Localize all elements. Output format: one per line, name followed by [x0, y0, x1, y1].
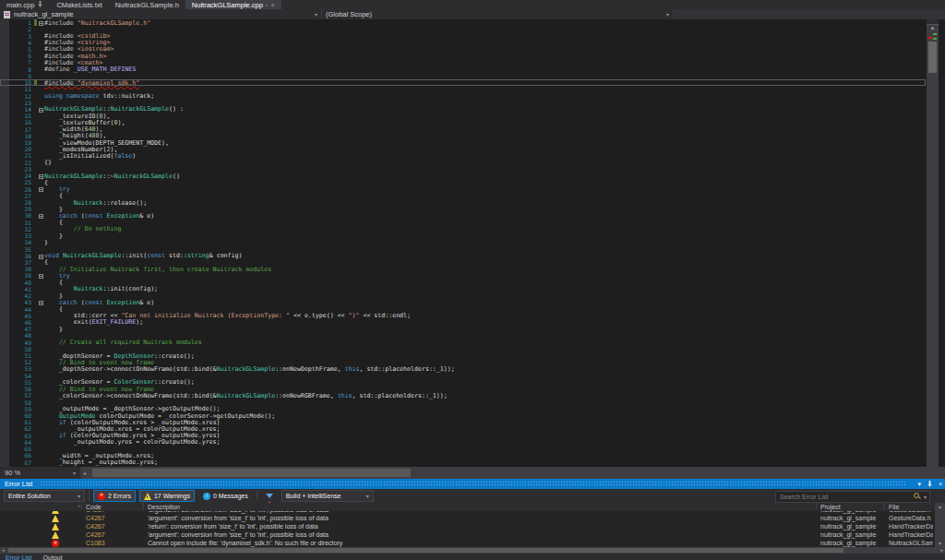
- code-line-64[interactable]: 64 _outputMode.yres = colorOutputMode.yr…: [0, 439, 926, 446]
- code-line-7[interactable]: 7#include <cmath>: [0, 59, 926, 66]
- collapse-icon[interactable]: [39, 301, 43, 305]
- error-list-vertical-scrollbar[interactable]: ▲ ▼: [935, 503, 945, 547]
- code-line-46[interactable]: 46 exit(EXIT_FAILURE);: [0, 319, 926, 326]
- column-header-project[interactable]: Project: [820, 503, 841, 511]
- code-line-39[interactable]: 39 try: [0, 272, 926, 279]
- code-line-43[interactable]: 43 catch (const Exception& e): [0, 299, 926, 305]
- column-separator[interactable]: [143, 503, 144, 509]
- code-line-4[interactable]: 4#include <cstring>: [0, 40, 926, 46]
- messages-toggle-button[interactable]: 0 Messages: [198, 490, 253, 502]
- collapse-icon[interactable]: [39, 274, 43, 279]
- scroll-left-icon[interactable]: ◂: [2, 547, 5, 554]
- code-line-31[interactable]: 31 {: [0, 220, 926, 226]
- scroll-up-icon[interactable]: ▲: [927, 25, 939, 31]
- scope-filter-dropdown[interactable]: Entire Solution ▾: [4, 490, 85, 502]
- code-line-15[interactable]: 15 _textureID(0),: [0, 113, 926, 119]
- error-list-title-bar[interactable]: Error List ▾ ×: [0, 479, 945, 489]
- code-line-16[interactable]: 16 _textureBuffer(0),: [0, 119, 926, 125]
- code-line-2[interactable]: 2: [0, 26, 926, 32]
- collapse-icon[interactable]: [39, 21, 43, 26]
- code-line-14[interactable]: 14NuitrackGLSample::NuitrackGLSample() :: [0, 106, 926, 113]
- code-line-41[interactable]: 41 Nuitrack::init(config);: [0, 286, 926, 292]
- search-icon[interactable]: [914, 493, 921, 500]
- code-line-19[interactable]: 19 _viewMode(DEPTH_SEGMENT_MODE),: [0, 139, 926, 146]
- code-line-1[interactable]: 1#include "NuitrackGLSample.h": [0, 19, 926, 26]
- search-input[interactable]: [776, 494, 914, 500]
- code-line-17[interactable]: 17 _width(640),: [0, 126, 926, 133]
- code-line-6[interactable]: 6#include <math.h>: [0, 53, 926, 59]
- code-line-3[interactable]: 3#include <cstdlib>: [0, 32, 926, 39]
- code-line-10[interactable]: 10#include "dynamixel_sdk.h": [0, 79, 926, 86]
- document-tab-cmakelists-txt[interactable]: CMakeLists.txt: [50, 0, 108, 9]
- code-line-36[interactable]: 36void NuitrackGLSample::init(const std:…: [0, 253, 926, 259]
- error-table-row[interactable]: C1083Cannot open include file: 'dynamixe…: [0, 539, 945, 547]
- code-line-22[interactable]: 22{}: [0, 160, 926, 166]
- editor-vertical-scrollbar[interactable]: ▲: [927, 19, 939, 467]
- collapse-icon[interactable]: [39, 214, 43, 219]
- column-separator[interactable]: [883, 503, 884, 509]
- window-position-icon[interactable]: ▾: [915, 481, 924, 487]
- tab-error-list[interactable]: Error List: [0, 554, 37, 560]
- document-tab-main-cpp[interactable]: main.cpp: [0, 0, 50, 9]
- scrollbar-thumb[interactable]: [8, 548, 843, 553]
- code-line-53[interactable]: 53 _depthSensor->connectOnNewFrame(std::…: [0, 365, 926, 372]
- code-line-49[interactable]: 49 // Create all required Nuitrack modul…: [0, 340, 926, 346]
- scroll-right-icon[interactable]: ▸: [940, 547, 943, 554]
- code-line-32[interactable]: 32 // Do nothing: [0, 226, 926, 232]
- collapse-icon[interactable]: [39, 255, 43, 259]
- code-line-8[interactable]: 8#define _USE_MATH_DEFINES: [0, 66, 926, 73]
- column-separator[interactable]: [81, 503, 82, 509]
- scroll-up-icon[interactable]: ▲: [935, 504, 945, 509]
- pin-icon[interactable]: [924, 481, 936, 488]
- errors-toggle-button[interactable]: 2 Errors: [93, 490, 136, 502]
- scope-dropdown[interactable]: (Global Scope) ▾: [321, 9, 673, 19]
- code-area[interactable]: 1#include "NuitrackGLSample.h"23#include…: [0, 19, 926, 467]
- column-separator[interactable]: [816, 503, 817, 509]
- code-line-47[interactable]: 47 }: [0, 326, 926, 332]
- severity-sort-icon[interactable]: ˄: [78, 503, 80, 511]
- code-line-21[interactable]: 21 _isInitialized(false): [0, 152, 926, 159]
- collapse-icon[interactable]: [39, 187, 43, 192]
- code-line-57[interactable]: 57 _colorSensor->connectOnNewFrame(std::…: [0, 392, 926, 399]
- error-table-row[interactable]: C4267'return': conversion from 'size_t' …: [0, 522, 945, 530]
- close-icon[interactable]: ×: [936, 481, 945, 487]
- pin-icon[interactable]: ▫: [266, 2, 268, 8]
- document-tab-nuitrackglsample-h[interactable]: NuitrackGLSample.h: [109, 0, 185, 9]
- filter-button[interactable]: [261, 490, 278, 502]
- close-icon[interactable]: ×: [270, 2, 274, 8]
- column-header-file[interactable]: File: [889, 503, 899, 511]
- scrollbar-thumb[interactable]: [92, 469, 411, 477]
- column-header-code[interactable]: Code: [86, 503, 102, 511]
- code-line-33[interactable]: 33 }: [0, 232, 926, 239]
- collapse-icon[interactable]: [39, 108, 43, 113]
- code-line-67[interactable]: 67 _height = _outputMode.yres;: [0, 459, 926, 465]
- code-line-24[interactable]: 24NuitrackGLSample::~NuitrackGLSample(): [0, 173, 926, 179]
- scroll-down-icon[interactable]: ▼: [935, 541, 945, 546]
- member-dropdown[interactable]: [673, 9, 945, 19]
- code-line-34[interactable]: 34}: [0, 239, 926, 245]
- error-table-row[interactable]: C4267'argument': conversion from 'size_t…: [0, 514, 945, 522]
- editor-horizontal-scrollbar[interactable]: ◂: [81, 467, 945, 479]
- column-header-description[interactable]: Description: [148, 503, 180, 511]
- error-list-horizontal-scrollbar[interactable]: ◂ ▸: [0, 547, 945, 554]
- code-line-30[interactable]: 30 catch (const Exception& e): [0, 212, 926, 219]
- code-line-26[interactable]: 26 try: [0, 185, 926, 192]
- code-line-5[interactable]: 5#include <iostream>: [0, 46, 926, 53]
- warnings-toggle-button[interactable]: 17 Warnings: [139, 490, 195, 502]
- code-editor[interactable]: 1#include "NuitrackGLSample.h"23#include…: [0, 19, 945, 467]
- search-box[interactable]: ▾: [775, 491, 930, 503]
- scroll-left-icon[interactable]: ◂: [83, 470, 86, 476]
- tab-output[interactable]: Output: [37, 554, 67, 560]
- pin-icon[interactable]: [37, 1, 43, 8]
- error-table-row[interactable]: C4267'argument': conversion from 'size_t…: [0, 530, 945, 539]
- project-dropdown[interactable]: nuitrack_gl_sample ▾: [0, 9, 321, 19]
- code-line-12[interactable]: 12using namespace tdv::nuitrack;: [0, 92, 926, 99]
- document-tab-nuitrackglsample-cpp[interactable]: NuitrackGLSample.cpp▫×: [185, 0, 281, 9]
- code-line-28[interactable]: 28 Nuitrack::release();: [0, 199, 926, 206]
- zoom-control[interactable]: 90 % ▾: [0, 467, 81, 479]
- code-line-25[interactable]: 25{: [0, 179, 926, 185]
- code-line-38[interactable]: 38 // Initialize Nuitrack first, then cr…: [0, 266, 926, 272]
- collapse-icon[interactable]: [39, 174, 43, 179]
- code-line-20[interactable]: 20 _modesNumber(2),: [0, 146, 926, 152]
- chevron-down-icon[interactable]: ▾: [921, 494, 929, 500]
